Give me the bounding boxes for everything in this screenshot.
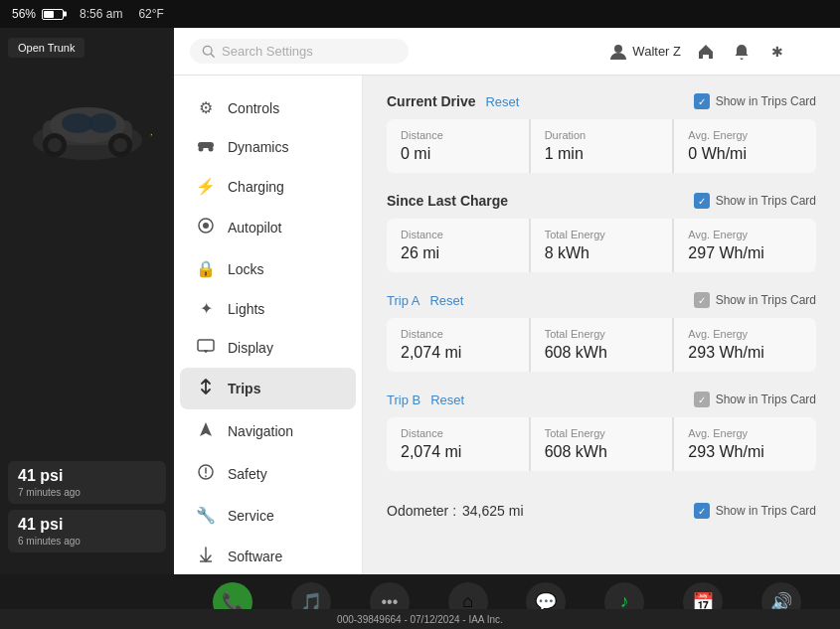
current-drive-title: Current Drive xyxy=(387,93,475,109)
tire-time-2: 6 minutes ago xyxy=(18,536,156,547)
trip-b-energy: Total Energy 608 kWh xyxy=(531,417,673,471)
open-trunk-button[interactable]: Open Trunk xyxy=(8,38,84,58)
current-drive-energy: Avg. Energy 0 Wh/mi xyxy=(674,119,816,173)
car-image: ⚡ xyxy=(23,66,152,185)
slc-avg-energy: Avg. Energy 297 Wh/mi xyxy=(674,219,816,272)
notification-bell-icon xyxy=(733,43,751,61)
odometer-checkbox[interactable]: ✓ xyxy=(694,503,710,519)
sidebar-item-navigation[interactable]: Navigation xyxy=(180,410,356,452)
trip-a-title: Trip A xyxy=(387,293,420,308)
slc-distance: Distance 26 mi xyxy=(387,219,529,272)
tire-time-1: 7 minutes ago xyxy=(18,487,156,498)
trip-b-reset[interactable]: Reset xyxy=(430,393,464,407)
sidebar-item-dynamics[interactable]: Dynamics xyxy=(180,128,356,166)
sidebar-label-autopilot: Autopilot xyxy=(228,220,281,236)
trip-a-section: Trip A Reset ✓ Show in Trips Card Distan… xyxy=(387,292,816,372)
signal-bars xyxy=(805,45,822,59)
trip-a-checkbox[interactable]: ✓ xyxy=(694,292,710,308)
house-icon xyxy=(696,42,716,62)
since-last-charge-section: Since Last Charge ✓ Show in Trips Card D… xyxy=(387,193,816,272)
search-placeholder: Search Settings xyxy=(222,44,313,59)
current-drive-title-row: Current Drive Reset xyxy=(387,93,519,109)
search-icon xyxy=(202,45,216,59)
sidebar-label-display: Display xyxy=(228,340,273,356)
svg-rect-18 xyxy=(198,340,214,351)
nav-icons: Walter Z ✱ xyxy=(609,41,824,63)
trip-a-distance: Distance 2,074 mi xyxy=(387,318,529,372)
nav-user: Walter Z xyxy=(609,43,681,61)
svg-point-14 xyxy=(199,147,204,152)
home-nav-icon[interactable] xyxy=(695,41,717,63)
sidebar-label-locks: Locks xyxy=(228,261,264,277)
sidebar-item-autopilot[interactable]: Autopilot xyxy=(180,207,356,248)
status-bar: 56% 8:56 am 62°F xyxy=(0,0,840,28)
svg-line-11 xyxy=(211,54,214,57)
tire-psi-1: 41 psi xyxy=(18,467,156,485)
since-last-charge-header: Since Last Charge ✓ Show in Trips Card xyxy=(387,193,816,209)
bottom-label-text: 000-39849664 - 07/12/2024 - IAA Inc. xyxy=(337,614,503,625)
trip-b-checkbox[interactable]: ✓ xyxy=(694,392,710,407)
sidebar-item-controls[interactable]: ⚙ Controls xyxy=(180,88,356,127)
safety-icon xyxy=(196,463,216,485)
sidebar-item-charging[interactable]: ⚡ Charging xyxy=(180,167,356,206)
status-time: 8:56 am xyxy=(80,7,122,21)
sidebar-label-dynamics: Dynamics xyxy=(228,139,288,155)
slc-energy: Total Energy 8 kWh xyxy=(531,219,673,272)
nav-username: Walter Z xyxy=(632,44,681,59)
bell-icon[interactable] xyxy=(731,41,753,63)
trip-a-reset[interactable]: Reset xyxy=(429,293,463,308)
left-panel: Open Trunk ⚡ 41 psi 7 minutes ago 41 psi xyxy=(0,28,174,574)
trip-b-grid: Distance 2,074 mi Total Energy 608 kWh A… xyxy=(387,417,816,471)
since-last-charge-grid: Distance 26 mi Total Energy 8 kWh Avg. E… xyxy=(387,219,816,272)
battery-icon xyxy=(42,9,64,20)
since-last-charge-checkbox[interactable]: ✓ xyxy=(694,193,710,209)
sidebar-label-charging: Charging xyxy=(228,179,284,195)
search-box[interactable]: Search Settings xyxy=(190,39,409,64)
sidebar-label-safety: Safety xyxy=(228,466,267,482)
trip-a-show-trips: ✓ Show in Trips Card xyxy=(694,292,816,308)
since-last-charge-title-row: Since Last Charge xyxy=(387,193,508,209)
since-last-charge-title: Since Last Charge xyxy=(387,193,508,209)
user-icon xyxy=(609,43,627,61)
trip-a-title-row: Trip A Reset xyxy=(387,293,463,308)
controls-icon: ⚙ xyxy=(196,98,216,117)
sidebar: ⚙ Controls Dynamics ⚡ Charging xyxy=(174,76,363,574)
sidebar-label-service: Service xyxy=(228,508,274,524)
lock-icon: 🔒 xyxy=(196,259,216,278)
svg-text:⚡: ⚡ xyxy=(147,123,152,145)
odometer-value: 34,625 mi xyxy=(462,503,523,519)
bottom-label: 000-39849664 - 07/12/2024 - IAA Inc. xyxy=(0,609,840,629)
svg-point-8 xyxy=(113,138,127,152)
sidebar-item-lights[interactable]: ✦ Lights xyxy=(180,289,356,328)
content-area: Current Drive Reset ✓ Show in Trips Card… xyxy=(363,76,840,574)
current-drive-distance: Distance 0 mi xyxy=(387,119,529,173)
trip-a-energy: Total Energy 608 kWh xyxy=(531,318,673,372)
signal-icon xyxy=(802,41,824,63)
trip-b-distance: Distance 2,074 mi xyxy=(387,417,529,471)
battery-percent: 56% xyxy=(12,7,36,21)
sidebar-label-navigation: Navigation xyxy=(228,423,293,439)
top-nav: Search Settings Walter Z ✱ xyxy=(174,28,840,76)
svg-point-6 xyxy=(48,138,62,152)
tire-pressure-item: 41 psi 7 minutes ago xyxy=(8,461,166,504)
svg-point-17 xyxy=(203,223,209,229)
autopilot-icon xyxy=(196,217,216,238)
current-drive-reset[interactable]: Reset xyxy=(485,94,519,109)
sidebar-item-display[interactable]: Display xyxy=(180,329,356,367)
trip-b-avg-energy: Avg. Energy 293 Wh/mi xyxy=(674,417,816,471)
sidebar-label-controls: Controls xyxy=(228,100,279,116)
sidebar-item-service[interactable]: 🔧 Service xyxy=(180,496,356,535)
main-content: ⚙ Controls Dynamics ⚡ Charging xyxy=(174,76,840,574)
current-drive-checkbox[interactable]: ✓ xyxy=(694,93,710,109)
trip-a-avg-energy: Avg. Energy 293 Wh/mi xyxy=(674,318,816,372)
sidebar-item-safety[interactable]: Safety xyxy=(180,453,356,495)
bluetooth-icon[interactable]: ✱ xyxy=(766,41,788,63)
svg-point-12 xyxy=(614,45,622,53)
sidebar-item-locks[interactable]: 🔒 Locks xyxy=(180,249,356,288)
sidebar-item-software[interactable]: Software xyxy=(180,536,356,574)
current-drive-show-trips: ✓ Show in Trips Card xyxy=(694,93,816,109)
sidebar-item-trips[interactable]: Trips xyxy=(180,368,356,409)
trips-icon xyxy=(196,378,216,399)
trip-b-header: Trip B Reset ✓ Show in Trips Card xyxy=(387,392,816,407)
tire-psi-2: 41 psi xyxy=(18,516,156,534)
